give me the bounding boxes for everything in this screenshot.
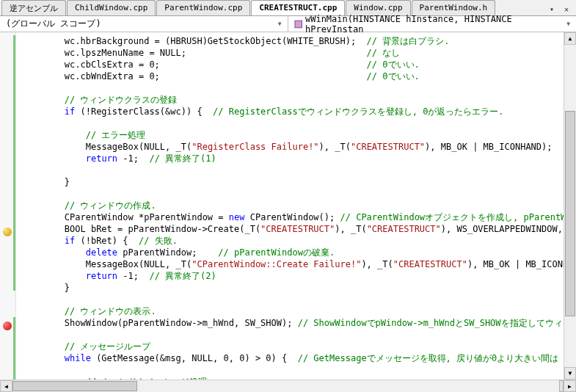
code-line bbox=[22, 82, 564, 94]
code-line: // メッセージループ bbox=[22, 341, 564, 352]
code-line: } bbox=[22, 282, 564, 294]
code-line: // ウィンドウの作成. bbox=[22, 200, 564, 211]
editor: wc.hbrBackground = (HBRUSH)GetStockObjec… bbox=[0, 32, 576, 380]
scroll-up-button[interactable]: ▲ bbox=[564, 32, 576, 45]
close-icon[interactable]: ✕ bbox=[561, 4, 572, 14]
chevron-down-icon: ▼ bbox=[566, 21, 570, 27]
code-line: } bbox=[22, 176, 564, 188]
vscroll-thumb[interactable] bbox=[565, 111, 575, 316]
code-line: MessageBox(NULL, _T("CParentWindow::Crea… bbox=[22, 258, 564, 270]
breakpoint-red[interactable] bbox=[3, 322, 12, 330]
code-line: if (!bRet) { // 失敗. bbox=[22, 235, 564, 247]
code-line: return -1; // 異常終了(2) bbox=[22, 270, 564, 282]
tab-ChildWindow-cpp[interactable]: ChildWindow.cpp bbox=[67, 0, 156, 15]
code-line: while (GetMessage(&msg, NULL, 0, 0) > 0)… bbox=[22, 352, 564, 364]
horizontal-scrollbar[interactable]: ◀ ▶ bbox=[0, 380, 576, 392]
scope-right-dropdown[interactable]: wWinMain(HINSTANCE hInstance, HINSTANCE … bbox=[288, 16, 577, 32]
gutter[interactable] bbox=[0, 32, 16, 380]
chevron-down-icon: ▼ bbox=[278, 21, 282, 27]
code-line: return -1; // 異常終了(1) bbox=[22, 153, 564, 164]
scroll-right-button[interactable]: ▶ bbox=[564, 380, 576, 392]
code-line: BOOL bRet = pParentWindow->Create(_T("CR… bbox=[22, 223, 564, 235]
code-line: // ウィンドウクラスの登録 bbox=[22, 94, 564, 106]
code-line: CParentWindow *pParentWindow = new CPare… bbox=[22, 211, 564, 223]
vscroll-track[interactable] bbox=[564, 45, 576, 367]
scroll-left-button[interactable]: ◀ bbox=[0, 380, 12, 392]
code-line: // ウィンドウの表示. bbox=[22, 305, 564, 317]
change-bar bbox=[13, 317, 15, 380]
change-bar bbox=[13, 35, 15, 291]
code-line: wc.hbrBackground = (HBRUSH)GetStockObjec… bbox=[22, 35, 564, 47]
scroll-down-button[interactable]: ▼ bbox=[564, 367, 576, 380]
code-line: ShowWindow(pParentWindow->m_hWnd, SW_SHO… bbox=[22, 317, 564, 329]
hscroll-track[interactable] bbox=[12, 380, 559, 392]
scope-right-text: wWinMain(HINSTANCE hInstance, HINSTANCE … bbox=[305, 14, 564, 35]
code-line bbox=[22, 117, 564, 129]
breakpoint-yellow[interactable] bbox=[3, 228, 12, 236]
code-line bbox=[22, 294, 564, 305]
code-line: delete pParentWindow; // pParentWindowの破… bbox=[22, 247, 564, 258]
tab-逆アセンブル[interactable]: 逆アセンブル bbox=[1, 0, 66, 15]
scope-bar: (グローバル スコープ) ▼ wWinMain(HINSTANCE hInsta… bbox=[0, 16, 576, 32]
code-line: MessageBox(NULL, _T("RegisterClass Failu… bbox=[22, 141, 564, 153]
dropdown-icon[interactable]: ▾ bbox=[547, 4, 557, 14]
scope-left-text: (グローバル スコープ) bbox=[6, 18, 101, 30]
code-line bbox=[22, 188, 564, 200]
code-line: wc.cbWndExtra = 0; // 0でいい. bbox=[22, 70, 564, 82]
code-line bbox=[22, 329, 564, 341]
code-line: // ウィンドウメッセージ処理 bbox=[22, 376, 564, 380]
function-icon bbox=[294, 20, 302, 29]
code-line: if (!RegisterClass(&wc)) { // RegisterCl… bbox=[22, 106, 564, 117]
code-line: wc.cbClsExtra = 0; // 0でいい. bbox=[22, 59, 564, 70]
hscroll-thumb[interactable] bbox=[12, 381, 137, 391]
tab-ParentWindow-cpp[interactable]: ParentWindow.cpp bbox=[156, 0, 250, 15]
code-line: // エラー処理 bbox=[22, 129, 564, 141]
code-line bbox=[22, 364, 564, 376]
vertical-scrollbar[interactable]: ▲ ▼ bbox=[564, 32, 576, 380]
code-area[interactable]: wc.hbrBackground = (HBRUSH)GetStockObjec… bbox=[16, 32, 564, 380]
scope-left-dropdown[interactable]: (グローバル スコープ) ▼ bbox=[0, 16, 288, 32]
code-line: wc.lpszMenuName = NULL; // なし bbox=[22, 47, 564, 59]
code-line bbox=[22, 164, 564, 176]
svg-rect-0 bbox=[294, 21, 302, 28]
